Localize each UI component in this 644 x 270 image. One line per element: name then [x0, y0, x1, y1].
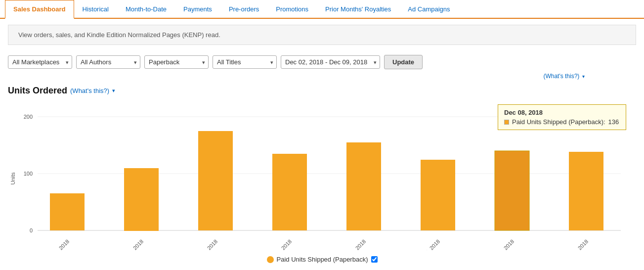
- tab-promotions[interactable]: Promotions: [267, 0, 317, 18]
- whats-this-date-link[interactable]: (What's this?): [543, 73, 579, 80]
- chart-whats-this-link[interactable]: (What's this?): [70, 87, 109, 94]
- chart-section: Units Ordered (What's this?) ▾ 0 100 200…: [0, 82, 644, 270]
- nav-tabs: Sales Dashboard Historical Month-to-Date…: [0, 0, 644, 19]
- x-label-dec08: Dec 08, 2018: [488, 238, 515, 250]
- tab-ad-campaigns[interactable]: Ad Campaigns: [399, 0, 458, 18]
- date-select[interactable]: Dec 02, 2018 - Dec 09, 2018: [281, 55, 380, 69]
- x-label-dec09: Dec 09, 2018: [562, 238, 590, 250]
- x-label-dec03: Dec 03, 2018: [118, 238, 145, 250]
- info-bar: View orders, sales, and Kindle Edition N…: [8, 25, 636, 45]
- x-label-dec05: Dec 05, 2018: [266, 238, 293, 250]
- filters-row: All Marketplaces All Authors Paperback e…: [0, 51, 644, 71]
- chart-container: 0 100 200 Units Dec 02, 2018 Dec 03, 201…: [8, 102, 636, 252]
- authors-select[interactable]: All Authors: [76, 55, 140, 69]
- bar-chart-svg: 0 100 200 Units Dec 02, 2018 Dec 03, 201…: [8, 102, 631, 250]
- x-label-dec06: Dec 06, 2018: [340, 238, 367, 250]
- bar-dec08[interactable]: [495, 151, 529, 230]
- x-label-dec02: Dec 02, 2018: [43, 238, 71, 250]
- info-bar-text: View orders, sales, and Kindle Edition N…: [18, 31, 220, 39]
- tab-historical[interactable]: Historical: [74, 0, 117, 18]
- tab-payments[interactable]: Payments: [175, 0, 220, 18]
- bar-dec09[interactable]: [569, 152, 603, 230]
- update-button[interactable]: Update: [384, 55, 423, 69]
- bar-dec03[interactable]: [124, 168, 159, 231]
- format-select[interactable]: Paperback eBookHardcover: [144, 55, 209, 69]
- legend-row: Paid Units Shipped (Paperback): [8, 256, 636, 263]
- bar-dec02[interactable]: [50, 193, 85, 230]
- chevron-down-icon: ▾: [582, 74, 585, 79]
- chart-title-chevron-icon: ▾: [112, 88, 115, 94]
- bar-dec06[interactable]: [346, 142, 381, 230]
- tab-prior-months-royalties[interactable]: Prior Months' Royalties: [317, 0, 399, 18]
- whats-this-row: (What's this?) ▾: [0, 71, 644, 82]
- legend-label: Paid Units Shipped (Paperback): [277, 256, 368, 263]
- x-label-dec04: Dec 04, 2018: [192, 238, 219, 250]
- tab-pre-orders[interactable]: Pre-orders: [220, 0, 267, 18]
- marketplace-select[interactable]: All Marketplaces: [8, 55, 72, 69]
- x-label-dec07: Dec 07, 2018: [414, 238, 441, 250]
- bar-dec07[interactable]: [421, 160, 455, 230]
- chart-title: Units Ordered: [8, 86, 67, 96]
- legend-checkbox[interactable]: [371, 256, 378, 263]
- authors-select-wrapper: All Authors: [76, 55, 140, 69]
- y-axis-title: Units: [10, 172, 16, 185]
- y-label-200: 200: [24, 114, 33, 120]
- marketplace-select-wrapper: All Marketplaces: [8, 55, 72, 69]
- titles-select[interactable]: All Titles: [213, 55, 277, 69]
- chart-title-row: Units Ordered (What's this?) ▾: [8, 86, 636, 96]
- y-label-0: 0: [30, 227, 33, 233]
- titles-select-wrapper: All Titles: [213, 55, 277, 69]
- bar-dec05[interactable]: [272, 154, 307, 230]
- format-select-wrapper: Paperback eBookHardcover: [144, 55, 209, 69]
- date-select-wrapper: Dec 02, 2018 - Dec 09, 2018: [281, 55, 380, 69]
- tab-sales-dashboard[interactable]: Sales Dashboard: [5, 0, 74, 19]
- legend-swatch: [267, 256, 274, 263]
- bar-dec04[interactable]: [198, 131, 233, 230]
- tab-month-to-date[interactable]: Month-to-Date: [117, 0, 175, 18]
- y-label-100: 100: [24, 171, 33, 177]
